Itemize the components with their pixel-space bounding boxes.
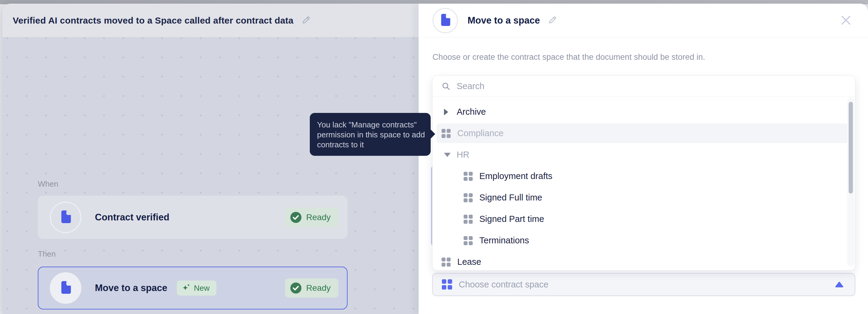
tree-row-label: Archive xyxy=(457,107,486,117)
check-circle-icon xyxy=(290,282,302,294)
tooltip-line: You lack "Manage contracts" xyxy=(317,120,428,130)
search-input[interactable] xyxy=(457,81,855,91)
tree-row-label: Compliance xyxy=(457,128,503,138)
tree-row-signed-full-time[interactable]: Signed Full time xyxy=(433,187,855,208)
action-card-selected[interactable]: Move to a space New xyxy=(38,267,347,310)
tooltip-line: permission in this space to add xyxy=(317,130,428,140)
space-picker-popover: Archive Compliance HR xyxy=(432,75,855,271)
trigger-status-text: Ready xyxy=(306,213,331,222)
space-grid-icon xyxy=(441,257,451,267)
action-status-text: Ready xyxy=(306,283,331,293)
panel-avatar xyxy=(433,8,458,33)
space-grid-icon xyxy=(464,193,473,202)
workflow-titlebar: Verified AI contracts moved to a Space c… xyxy=(2,4,418,37)
panel-title: Move to a space xyxy=(468,15,540,26)
action-detail-panel: Move to a space Choose or create the con… xyxy=(418,4,868,314)
tree-row-terminations[interactable]: Terminations xyxy=(433,230,855,251)
tree-row-lease[interactable]: Lease xyxy=(433,251,855,271)
tree-row-label: Signed Part time xyxy=(479,214,544,224)
close-icon xyxy=(840,14,852,27)
tree-row-label: Employment drafts xyxy=(479,171,553,181)
workflow-title: Verified AI contracts moved to a Space c… xyxy=(13,15,293,26)
tooltip-line: contracts to it xyxy=(317,140,428,150)
chevron-up-icon xyxy=(835,281,844,288)
close-panel-button[interactable] xyxy=(840,14,852,27)
space-grid-icon xyxy=(464,172,473,181)
document-icon xyxy=(60,210,71,224)
space-tree: Archive Compliance HR xyxy=(433,97,855,270)
tree-row-label: Signed Full time xyxy=(479,193,542,203)
search-row xyxy=(433,76,855,97)
tree-row-label: Lease xyxy=(457,257,481,267)
pencil-icon xyxy=(548,15,557,26)
space-grid-icon xyxy=(442,279,452,289)
permission-tooltip: You lack "Manage contracts" permission i… xyxy=(310,113,431,156)
trigger-avatar xyxy=(50,202,81,233)
select-placeholder: Choose contract space xyxy=(459,280,549,289)
action-avatar xyxy=(50,272,81,304)
search-icon xyxy=(441,82,451,91)
workflow-canvas: When Contract verified xyxy=(2,37,418,314)
check-circle-icon xyxy=(290,211,302,223)
new-badge-text: New xyxy=(194,283,210,293)
workflow-canvas-section: Verified AI contracts moved to a Space c… xyxy=(2,4,418,314)
new-badge: New xyxy=(177,280,216,295)
tree-row-employment-drafts[interactable]: Employment drafts xyxy=(433,166,855,187)
tree-row-compliance[interactable]: Compliance xyxy=(433,123,855,144)
document-icon xyxy=(440,14,450,27)
scrollbar-thumb[interactable] xyxy=(849,102,853,194)
trigger-card-title: Contract verified xyxy=(95,212,169,223)
when-label: When xyxy=(38,179,58,189)
edit-workflow-title-button[interactable] xyxy=(301,15,311,26)
automation-modal: Verified AI contracts moved to a Space c… xyxy=(2,4,868,314)
tree-row-archive[interactable]: Archive xyxy=(433,101,855,123)
action-card-title: Move to a space xyxy=(95,283,167,293)
tree-row-label: HR xyxy=(457,150,469,160)
trigger-card[interactable]: Contract verified Ready xyxy=(38,196,347,239)
chevron-right-icon xyxy=(444,109,453,115)
document-icon xyxy=(60,281,71,295)
then-label: Then xyxy=(38,249,56,259)
sparkles-icon xyxy=(181,283,191,293)
trigger-status-badge: Ready xyxy=(285,208,339,227)
panel-description: Choose or create the contract space that… xyxy=(433,53,705,62)
choose-contract-space-select[interactable]: Choose contract space xyxy=(432,273,855,296)
tree-row-hr[interactable]: HR xyxy=(433,144,855,166)
tree-row-signed-part-time[interactable]: Signed Part time xyxy=(433,208,855,230)
tree-row-label: Terminations xyxy=(479,236,529,245)
space-grid-icon xyxy=(441,129,451,138)
space-grid-icon xyxy=(464,236,473,245)
panel-header: Move to a space xyxy=(418,4,868,37)
edit-action-name-button[interactable] xyxy=(548,15,557,26)
action-status-badge: Ready xyxy=(285,278,339,298)
space-grid-icon xyxy=(464,215,473,224)
chevron-down-icon xyxy=(444,153,453,157)
pencil-icon xyxy=(301,15,311,26)
